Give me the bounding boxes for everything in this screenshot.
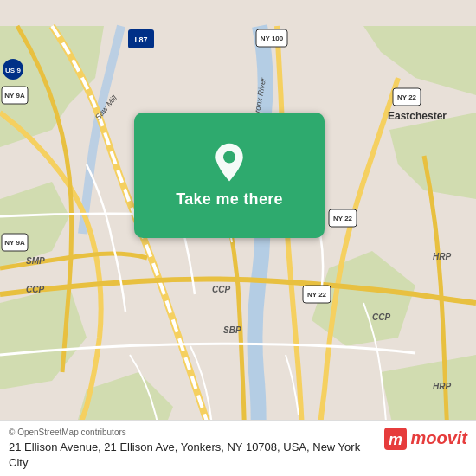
svg-text:CCP: CCP bbox=[212, 285, 230, 294]
take-me-there-label: Take me there bbox=[176, 190, 283, 209]
address-text: 21 Ellison Avenue, 21 Ellison Ave, Yonke… bbox=[9, 440, 376, 471]
svg-text:NY 9A: NY 9A bbox=[4, 92, 25, 100]
svg-point-36 bbox=[223, 151, 235, 163]
moovit-logo: m moovit bbox=[384, 428, 467, 450]
moovit-text: moovit bbox=[410, 428, 467, 448]
svg-text:CCP: CCP bbox=[372, 312, 390, 322]
svg-text:NY 22: NY 22 bbox=[333, 215, 353, 222]
svg-text:NY 22: NY 22 bbox=[397, 93, 417, 101]
svg-text:US 9: US 9 bbox=[5, 67, 21, 74]
bottom-bar: © OpenStreetMap contributors 21 Ellison … bbox=[0, 420, 476, 476]
moovit-m-icon: m bbox=[384, 428, 407, 450]
svg-text:CCP: CCP bbox=[26, 285, 44, 294]
svg-text:NY 100: NY 100 bbox=[261, 35, 284, 42]
svg-text:HRP: HRP bbox=[433, 382, 451, 391]
map-svg: I 87 US 9 NY 9A NY 9A NY 100 NY 22 NY 22… bbox=[0, 0, 476, 476]
map-container: I 87 US 9 NY 9A NY 9A NY 100 NY 22 NY 22… bbox=[0, 0, 476, 476]
svg-text:SMP: SMP bbox=[26, 256, 45, 266]
location-pin-icon bbox=[209, 142, 250, 183]
take-me-there-button[interactable]: Take me there bbox=[134, 113, 325, 238]
bottom-left: © OpenStreetMap contributors 21 Ellison … bbox=[9, 428, 376, 471]
svg-text:NY 22: NY 22 bbox=[307, 291, 327, 299]
svg-text:m: m bbox=[389, 431, 402, 448]
attribution: © OpenStreetMap contributors bbox=[9, 428, 376, 437]
svg-text:I 87: I 87 bbox=[134, 35, 147, 44]
svg-text:NY 9A: NY 9A bbox=[4, 239, 25, 247]
svg-text:SBP: SBP bbox=[223, 325, 241, 335]
svg-text:Eastchester: Eastchester bbox=[388, 110, 447, 122]
svg-text:HRP: HRP bbox=[433, 252, 451, 261]
